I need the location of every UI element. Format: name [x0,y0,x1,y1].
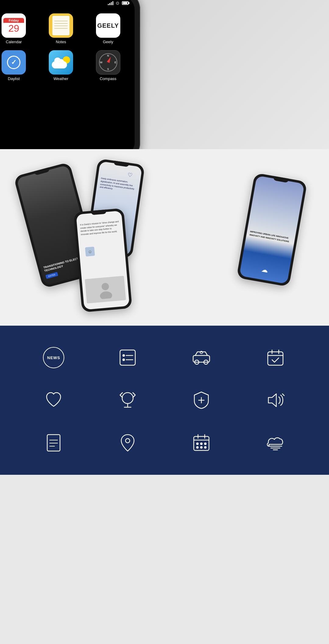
mock-screen-4: IMPROVING URBAN LIFE INNOVATIVE INNOVATY… [239,176,305,284]
mock-screen-3: It is Geely's mission to "drive change a… [76,211,130,310]
battery-icon [122,1,129,5]
news-circle-icon: NEWS [43,347,64,368]
signal-bar-3 [111,2,112,5]
notes-line [54,23,68,24]
location-icon [117,432,138,453]
checkmark-icon: ✓ [11,58,16,66]
compass-east: E [115,61,116,64]
notes-lines [54,21,68,30]
notes-line [54,28,68,29]
signal-bars [108,1,113,5]
icon-heart [40,387,67,414]
signal-bar-4 [112,1,113,5]
phone-screen: ⊙ Friday 29 Calendar [0,0,135,149]
svg-point-32 [204,443,206,445]
calendar-day-name: Friday [3,18,24,23]
svg-rect-11 [268,352,283,365]
app-item-notes[interactable]: Notes [41,13,82,44]
daylist-icon: ✓ [2,50,26,75]
document-icon [43,432,64,453]
daylist-label: Daylist [8,76,20,81]
icon-speaker [262,387,289,414]
icon-cloud [262,429,289,457]
icon-car [188,344,215,371]
svg-point-25 [126,439,130,443]
app-item-weather[interactable]: Weather [41,50,82,81]
mock-text-urban: IMPROVING URBAN LIFE INNOVATIVE INNOVATY… [249,230,295,244]
calendar-check-icon [265,347,286,368]
phone-mockup-4: IMPROVING URBAN LIFE INNOVATIVE INNOVATY… [236,173,307,287]
signal-bar-2 [109,3,110,5]
battery-fill [123,2,127,4]
phone-frame: ⊙ Friday 29 Calendar [0,0,140,149]
signal-bar-1 [108,4,109,5]
notes-inner [52,16,69,35]
mock-text-mission: It is Geely's mission to "drive change a… [80,220,120,236]
geely-label: Geely [103,40,113,44]
svg-line-20 [282,394,284,396]
wifi-icon: ⊙ [116,1,119,5]
mock-btn-enter: ENTER [45,272,58,279]
app-item-calendar[interactable]: Friday 29 Calendar [0,13,34,44]
svg-marker-19 [268,394,276,407]
compass-face: N S E W [99,53,117,72]
notes-icon [49,13,73,38]
weather-label: Weather [54,76,69,81]
icon-list [114,344,141,371]
svg-point-34 [200,446,202,448]
icons-section: NEWS [0,326,329,475]
app-item-daylist[interactable]: ✓ Daylist [0,50,34,81]
phones-section: TRANSITIONING TO ELECTRIC TECHNOLOGY ENT… [0,149,329,326]
mock-face-image [85,276,126,303]
cloud-icon [265,432,286,453]
notes-line [54,21,68,21]
compass-south: S [107,68,109,71]
app-grid: Friday 29 Calendar [0,7,135,87]
calendar-day-number: 29 [9,23,19,33]
icon-calendar-dots [188,429,215,457]
list-icon [117,347,138,368]
phone-mockup-3: It is Geely's mission to "drive change a… [73,208,132,312]
svg-point-1 [100,291,112,299]
icon-document [40,429,67,457]
mock-text-geely: Geely embraces automation, digitalizatio… [100,177,137,194]
svg-point-3 [123,355,125,356]
svg-point-35 [204,446,206,448]
compass-west: W [100,61,103,64]
mock-cloud-icon: ☁ [261,265,269,274]
mock-smiley-icon: ☺ [85,247,95,257]
car-icon [191,347,212,368]
weather-icon [49,50,73,75]
news-text: NEWS [47,355,60,360]
svg-point-30 [196,443,198,445]
notes-line [54,26,68,26]
icon-news: NEWS [40,344,67,371]
svg-rect-2 [120,350,135,365]
icon-shield-plus [188,387,215,414]
icon-location [114,429,141,457]
icon-award [114,387,141,414]
daylist-check: ✓ [7,56,20,69]
svg-rect-7 [193,355,210,362]
heart-icon [43,390,64,411]
calendar-label: Calendar [6,40,22,44]
cloud-icon [52,61,67,68]
icon-calendar-check [262,344,289,371]
compass-icon: N S E W [96,50,120,75]
calendar-icon: Friday 29 [2,13,26,38]
svg-point-15 [122,393,133,404]
weather-clouds [52,56,70,68]
calendar-dots-icon [191,432,212,453]
compass-label: Compass [100,76,116,81]
app-item-geely[interactable]: GEELY Geely [87,13,129,44]
phone-notch [37,0,85,5]
svg-point-4 [123,359,125,361]
notes-label: Notes [56,40,66,44]
speaker-icon [265,390,286,411]
shield-plus-icon [191,390,212,411]
face-svg [95,280,115,299]
app-item-compass[interactable]: N S E W Compass [87,50,129,81]
phone-home-section: ⊙ Friday 29 Calendar [0,0,329,149]
svg-point-33 [196,446,198,448]
geely-icon: GEELY [96,13,120,38]
